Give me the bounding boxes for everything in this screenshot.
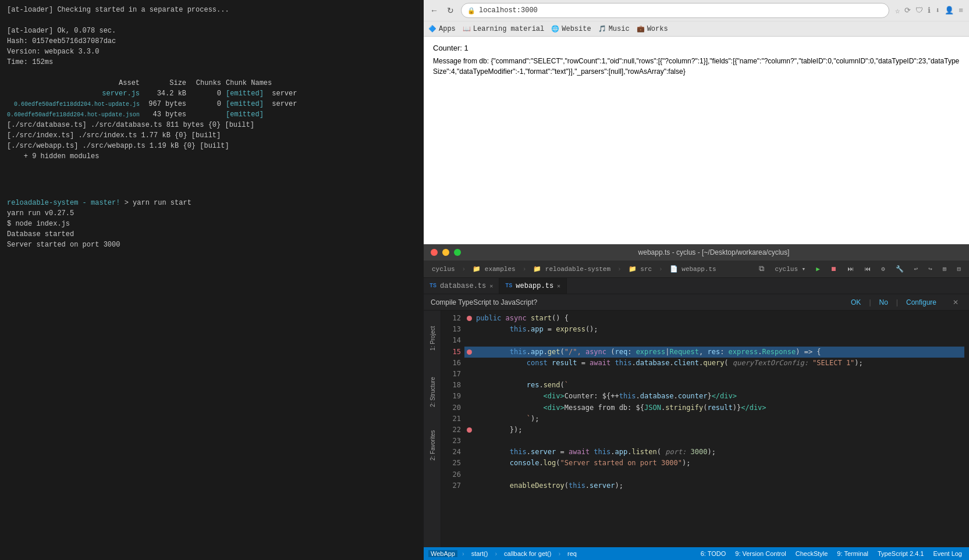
terminal-panel: [at-loader] Checking started in a separa… bbox=[0, 0, 424, 560]
code-line-20: <div>Message from db: ${JSON.stringify(r… bbox=[464, 402, 964, 413]
bookmark-learning[interactable]: 📖 Learning material bbox=[463, 25, 544, 33]
bookmarks-bar: 🔷 Apps 📖 Learning material 🌐 Website 🎵 M… bbox=[424, 21, 969, 36]
line-num-15: 15 bbox=[441, 347, 461, 358]
bookmark-works-label: Works bbox=[647, 25, 668, 33]
bookmark-music[interactable]: 🎵 Music bbox=[598, 25, 630, 33]
browser-url-bar[interactable]: 🔒 localhost:3000 bbox=[461, 3, 889, 18]
sidebar-favorites-label[interactable]: 2: Favorites bbox=[427, 422, 438, 469]
more-icon[interactable]: ≡ bbox=[957, 5, 964, 16]
info-icon[interactable]: ℹ bbox=[927, 5, 932, 16]
nav-cyclus-dropdown[interactable]: cyclus ▾ bbox=[771, 264, 809, 274]
sidebar-structure-label[interactable]: 2: Structure bbox=[427, 369, 438, 415]
code-content[interactable]: public async start() { this.app = expres… bbox=[464, 311, 964, 547]
status-version-control[interactable]: 9: Version Control bbox=[733, 550, 788, 557]
bookmark-website-label: Website bbox=[562, 25, 591, 33]
nav-step-into[interactable]: ⏮ bbox=[861, 264, 874, 274]
status-req[interactable]: req bbox=[565, 550, 579, 557]
status-start[interactable]: start() bbox=[469, 550, 491, 557]
line-num-22: 22 bbox=[441, 425, 461, 436]
terminal-table: Asset Size Chunks Chunk Names server.js … bbox=[7, 78, 417, 120]
status-checkstyle[interactable]: CheckStyle bbox=[793, 550, 830, 557]
status-todo[interactable]: 6: TODO bbox=[698, 550, 729, 557]
ide-nav-bar: cyclus › 📁 examples › 📁 reloadable-syste… bbox=[424, 261, 969, 278]
ide-editor: 1: Project 2: Structure 2: Favorites 12 … bbox=[424, 311, 969, 547]
status-typescript[interactable]: TypeScript 2.4.1 bbox=[875, 550, 927, 557]
traffic-light-yellow[interactable] bbox=[442, 249, 449, 256]
bookmark-star-icon[interactable]: ☆ bbox=[894, 5, 901, 17]
nav-build-icon[interactable]: 🔧 bbox=[892, 264, 907, 274]
download-icon[interactable]: ⬇ bbox=[934, 5, 941, 16]
ide-file-tabs: TS database.ts ✕ TS webapp.ts ✕ bbox=[424, 278, 969, 294]
nav-webapp-ts[interactable]: 📄 webapp.ts bbox=[666, 264, 720, 274]
terminal-line: [at-loader] Ok, 0.078 sec. bbox=[7, 26, 417, 36]
works-bookmark-icon: 💼 bbox=[637, 25, 645, 33]
status-terminal[interactable]: 9: Terminal bbox=[835, 550, 871, 557]
nav-redo-icon[interactable]: ↪ bbox=[925, 264, 936, 274]
browser-reload-button[interactable]: ↻ bbox=[445, 5, 456, 16]
status-webapp-label: WebApp bbox=[431, 550, 455, 557]
status-eventlog[interactable]: Event Log bbox=[931, 550, 964, 557]
bookmark-music-label: Music bbox=[609, 25, 630, 33]
file-tab-webapp[interactable]: TS webapp.ts ✕ bbox=[499, 278, 567, 294]
bookmark-apps-label: Apps bbox=[439, 25, 456, 33]
line-num-14: 14 bbox=[441, 335, 461, 346]
traffic-light-green[interactable] bbox=[454, 249, 461, 256]
nav-src[interactable]: 📁 src bbox=[625, 264, 655, 274]
ide-status-bar: WebApp › start() › callback for get() › … bbox=[424, 547, 969, 560]
file-tab-database[interactable]: TS database.ts ✕ bbox=[424, 278, 499, 294]
notification-no-button[interactable]: No bbox=[876, 297, 892, 308]
terminal-line bbox=[7, 15, 417, 26]
bookmark-apps[interactable]: 🔷 Apps bbox=[428, 25, 456, 33]
code-line-15: this.app.get("/", async (req: express|Re… bbox=[464, 347, 964, 358]
sidebar-project-label[interactable]: 1: Project bbox=[427, 315, 438, 362]
nav-reloadable-system[interactable]: 📁 reloadable-system bbox=[530, 264, 614, 274]
nav-minimize-icon[interactable]: ⊟ bbox=[953, 264, 964, 274]
browser-back-button[interactable]: ← bbox=[428, 5, 440, 16]
status-callback-label: callback for get() bbox=[504, 550, 551, 557]
bookmark-website[interactable]: 🌐 Website bbox=[551, 25, 591, 33]
close-database-tab[interactable]: ✕ bbox=[489, 283, 493, 290]
code-line-25: console.log("Server started on port 3000… bbox=[464, 458, 964, 469]
nav-run-split[interactable]: ⧉ bbox=[755, 263, 768, 274]
refresh-icon[interactable]: ⟳ bbox=[903, 5, 912, 16]
nav-settings-icon[interactable]: ⚙ bbox=[878, 264, 889, 274]
notification-close-button[interactable]: ✕ bbox=[949, 297, 962, 308]
traffic-light-red[interactable] bbox=[431, 249, 438, 256]
status-typescript-label: TypeScript 2.4.1 bbox=[878, 550, 924, 557]
code-line-12: public async start() { bbox=[464, 313, 964, 324]
line-num-19: 19 bbox=[441, 391, 461, 402]
terminal-line: [./src/database.ts] ./src/database.ts 81… bbox=[7, 120, 417, 130]
close-webapp-tab[interactable]: ✕ bbox=[557, 283, 560, 290]
nav-examples[interactable]: 📁 examples bbox=[469, 264, 519, 274]
notification-configure-button[interactable]: Configure bbox=[903, 297, 940, 308]
notification-text: Compile TypeScript to JavaScript? bbox=[431, 298, 843, 306]
status-callback[interactable]: callback for get() bbox=[502, 550, 553, 557]
terminal-line: Version: webpack 3.3.0 bbox=[7, 47, 417, 57]
person-icon[interactable]: 👤 bbox=[943, 5, 955, 16]
notification-ok-button[interactable]: OK bbox=[847, 297, 864, 308]
line-num-25: 25 bbox=[441, 458, 461, 469]
code-line-27: enableDestroy(this.server); bbox=[464, 480, 964, 491]
nav-stop-button[interactable]: ⏹ bbox=[827, 264, 840, 274]
ide-scrollbar[interactable] bbox=[964, 311, 969, 547]
terminal-line bbox=[7, 172, 417, 183]
ide-title: webapp.ts - cyclus - [~/Desktop/workarea… bbox=[466, 248, 962, 256]
line-num-24: 24 bbox=[441, 447, 461, 458]
nav-cyclus[interactable]: cyclus bbox=[428, 265, 459, 274]
terminal-line: [./src/webapp.ts] ./src/webapp.ts 1.19 k… bbox=[7, 141, 417, 151]
status-todo-label: 6: TODO bbox=[701, 550, 726, 557]
code-area: 12 13 14 15 16 17 18 19 20 21 22 23 24 2… bbox=[441, 311, 969, 547]
ide-sidebar-icons: 1: Project 2: Structure 2: Favorites bbox=[424, 311, 441, 547]
nav-step-over[interactable]: ⏭ bbox=[844, 264, 857, 274]
nav-maximize-icon[interactable]: ⊞ bbox=[939, 264, 950, 274]
status-webapp[interactable]: WebApp bbox=[428, 550, 457, 557]
shield-icon[interactable]: 🛡 bbox=[914, 5, 924, 16]
line-num-16: 16 bbox=[441, 358, 461, 369]
nav-run-button[interactable]: ▶ bbox=[812, 264, 824, 274]
status-terminal-label: 9: Terminal bbox=[837, 550, 868, 557]
terminal-line bbox=[7, 67, 417, 78]
bookmark-works[interactable]: 💼 Works bbox=[637, 25, 668, 33]
terminal-line: + 9 hidden modules bbox=[7, 151, 417, 162]
nav-undo-icon[interactable]: ↩ bbox=[911, 264, 922, 274]
code-line-13: this.app = express(); bbox=[464, 324, 964, 335]
